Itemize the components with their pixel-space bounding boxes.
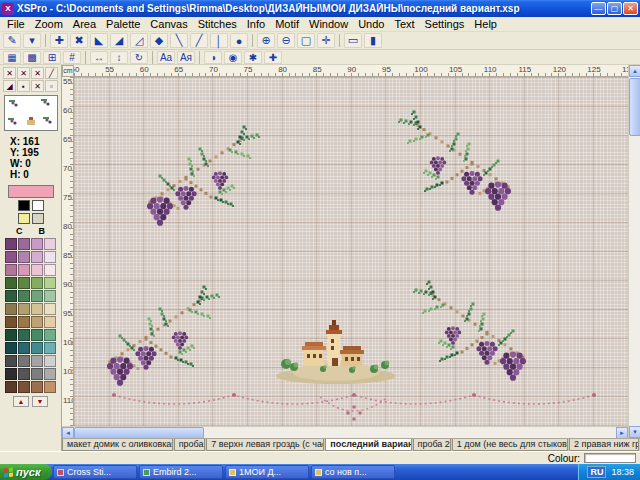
zoom-fit-button[interactable]: ▢ (297, 33, 315, 48)
palette-swatch[interactable] (31, 381, 43, 393)
scroll-track[interactable] (204, 427, 616, 438)
palette-swatch[interactable] (18, 238, 30, 250)
palette-swatch[interactable] (44, 342, 56, 354)
pencil-tool-button[interactable]: ✎ (3, 33, 21, 48)
close-button[interactable]: ✕ (623, 2, 638, 15)
french-knot-button[interactable]: ● (230, 33, 248, 48)
taskbar-button[interactable]: Embird 2... (139, 465, 223, 479)
zoom-out-button[interactable]: ⊖ (277, 33, 295, 48)
palette-swatch[interactable] (44, 381, 56, 393)
palette-swatch[interactable] (5, 342, 17, 354)
rulers-toggle-button[interactable]: # (63, 51, 81, 64)
quick-color-swatch[interactable] (32, 200, 44, 211)
start-button[interactable]: пуск (0, 464, 52, 480)
dropdown-arrow-button[interactable]: ▾ (23, 33, 41, 48)
text-latin-button[interactable]: Aa (157, 51, 175, 64)
palette-swatch[interactable] (5, 290, 17, 302)
pattern-tab[interactable]: 7 верхн левая гроздь (с частью ниж ветки… (206, 439, 324, 451)
pattern-tab[interactable]: проба (174, 439, 206, 451)
mini-blank-icon[interactable]: ▫ (45, 80, 58, 92)
palette-swatch[interactable] (18, 277, 30, 289)
palette-swatch[interactable] (5, 329, 17, 341)
palette-swatch[interactable] (44, 238, 56, 250)
palette-swatch[interactable] (18, 329, 30, 341)
fill-tool-button[interactable]: ▮ (364, 33, 382, 48)
horizontal-scrollbar[interactable]: ◄ ► (62, 426, 628, 438)
palette-scroll-up-icon[interactable]: ▲ (13, 396, 29, 407)
pattern-tab[interactable]: последний вариант (325, 439, 411, 451)
pattern-tab[interactable]: макет домик с оливковками (62, 439, 173, 451)
backstitch-vertical-button[interactable]: │ (210, 33, 228, 48)
pattern-tab[interactable]: 1 дом (не весь для стыковки) (452, 439, 568, 451)
palette-swatch[interactable] (31, 277, 43, 289)
palette-swatch[interactable] (18, 303, 30, 315)
center-marker-button[interactable]: ⊞ (43, 51, 61, 64)
palette-scroll-down-icon[interactable]: ▼ (32, 396, 48, 407)
clock[interactable]: 18:38 (611, 467, 634, 477)
minimize-button[interactable]: — (591, 2, 606, 15)
flip-horizontal-button[interactable]: ↔ (90, 51, 108, 64)
color-wheel-button[interactable]: ◉ (224, 51, 242, 64)
palette-swatch[interactable] (44, 264, 56, 276)
palette-swatch[interactable] (44, 368, 56, 380)
mini-full-cross-icon[interactable]: ✕ (3, 67, 16, 79)
menu-item-undo[interactable]: Undo (353, 18, 389, 30)
scroll-down-icon[interactable]: ▼ (629, 426, 640, 438)
scroll-up-icon[interactable]: ▲ (629, 65, 640, 77)
three-quarter-stitch-button[interactable]: ◆ (150, 33, 168, 48)
palette-swatch[interactable] (44, 329, 56, 341)
vertical-scroll-thumb[interactable] (629, 78, 640, 136)
pattern-canvas[interactable] (74, 77, 628, 426)
quick-color-swatch[interactable] (18, 200, 30, 211)
menu-item-stitches[interactable]: Stitches (193, 18, 242, 30)
palette-swatch[interactable] (44, 303, 56, 315)
menu-item-motif[interactable]: Motif (270, 18, 304, 30)
symbols-view-button[interactable]: ✱ (244, 51, 262, 64)
palette-swatch[interactable] (44, 316, 56, 328)
palette-swatch[interactable] (44, 277, 56, 289)
palette-swatch[interactable] (5, 238, 17, 250)
menu-item-file[interactable]: File (2, 18, 30, 30)
palette-swatch[interactable] (44, 290, 56, 302)
palette-swatch[interactable] (31, 303, 43, 315)
palette-swatch[interactable] (31, 316, 43, 328)
backstitch-up-button[interactable]: ╱ (190, 33, 208, 48)
palette-swatch[interactable] (5, 251, 17, 263)
half-stitch-left-button[interactable]: ◣ (90, 33, 108, 48)
half-stitch-right-button[interactable]: ◢ (110, 33, 128, 48)
palette-swatch[interactable] (18, 264, 30, 276)
palette-swatch[interactable] (18, 342, 30, 354)
language-indicator[interactable]: RU (587, 466, 606, 478)
menu-item-help[interactable]: Help (469, 18, 502, 30)
palette-swatch[interactable] (5, 381, 17, 393)
menu-item-palette[interactable]: Palette (101, 18, 145, 30)
palette-view-button[interactable]: ◑ (204, 51, 222, 64)
text-cyrillic-button[interactable]: Aя (177, 51, 195, 64)
mini-half-cross-icon[interactable]: ✕ (17, 67, 30, 79)
palette-swatch[interactable] (5, 277, 17, 289)
select-area-button[interactable]: ▭ (344, 33, 362, 48)
grid-toggle-button[interactable]: ▦ (3, 51, 21, 64)
menu-item-settings[interactable]: Settings (420, 18, 470, 30)
palette-swatch[interactable] (18, 290, 30, 302)
pattern-tab[interactable]: 2 правая ниж гр. (569, 439, 639, 451)
mini-half-right-icon[interactable]: ◢ (3, 80, 16, 92)
pattern-tab[interactable]: проба 2 (413, 439, 451, 451)
menu-item-canvas[interactable]: Canvas (145, 18, 192, 30)
preview-thumbnail[interactable] (4, 95, 58, 131)
thick-grid-button[interactable]: ▩ (23, 51, 41, 64)
current-color-swatch[interactable] (8, 185, 54, 198)
rotate-button[interactable]: ↻ (130, 51, 148, 64)
palette-swatch[interactable] (18, 355, 30, 367)
palette-swatch[interactable] (31, 342, 43, 354)
palette-swatch[interactable] (18, 381, 30, 393)
zoom-in-button[interactable]: ⊕ (257, 33, 275, 48)
backstitch-down-button[interactable]: ╲ (170, 33, 188, 48)
palette-swatch[interactable] (5, 303, 17, 315)
palette-swatch[interactable] (31, 290, 43, 302)
palette-swatch[interactable] (18, 368, 30, 380)
menu-item-zoom[interactable]: Zoom (30, 18, 68, 30)
full-stitch-button[interactable]: ✚ (50, 33, 68, 48)
menu-item-area[interactable]: Area (68, 18, 101, 30)
mini-petite-icon[interactable]: ✕ (31, 67, 44, 79)
